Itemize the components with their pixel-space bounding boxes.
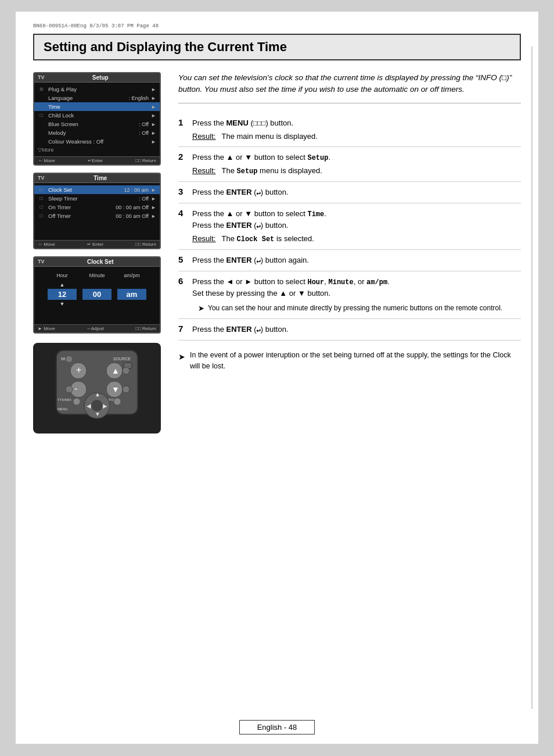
- step-6-subnote-text: You can set the hour and minute directly…: [208, 303, 502, 313]
- svg-text:SOURCE: SOURCE: [113, 357, 131, 361]
- setup-row-more: ▽More: [34, 146, 160, 154]
- clockset-return: □□ Return: [135, 326, 156, 331]
- footer-box: English - 48: [239, 720, 315, 734]
- step-6-subnote: ➤ You can set the hour and minute direct…: [198, 303, 521, 314]
- step-4-result-label: Result:: [192, 233, 215, 245]
- svg-text:MENU: MENU: [57, 407, 68, 411]
- time-row-sleeptimer: □ Sleep Timer : Off ►: [34, 194, 160, 203]
- page-footer: English - 48: [16, 720, 538, 734]
- svg-text:▲: ▲: [95, 391, 100, 397]
- doc-meta: BN68-00951A-00Eng 8/3/05 3:07 PM Page 48: [33, 23, 521, 29]
- step-7-content: Press the ENTER (↵) button.: [192, 319, 521, 341]
- remote-svg: MUTE SOURCE + - ▲ ▼ TTX/MIX: [45, 347, 149, 429]
- svg-text:◀: ◀: [87, 403, 91, 409]
- step-4-content: Press the ▲ or ▼ button to select Time. …: [192, 203, 521, 250]
- time-screen-header: TV Time: [34, 174, 160, 183]
- clockset-screen: TV Clock Set Hour Minute am/pm ▲: [33, 256, 161, 334]
- setup-row-bluescreen: Blue Screen : Off ►: [34, 120, 160, 128]
- subnote-arrow-icon: ➤: [198, 303, 204, 314]
- svg-point-22: [66, 356, 73, 363]
- setup-row-plug-play: ⊙ Plug & Play ►: [34, 85, 160, 94]
- clockset-menu-title: Clock Set: [87, 259, 114, 265]
- setup-return: □□ Return: [135, 158, 156, 163]
- time-body: □ Clock Set 12 : 00 am ► □ Sleep Timer :…: [34, 183, 160, 240]
- step-1: 1 Press the MENU (□□□) button. Result: T…: [178, 113, 521, 147]
- setup-row-language: Language : English ►: [34, 94, 160, 102]
- clockset-move: ► Move: [38, 326, 55, 331]
- step-1-result-label: Result:: [192, 131, 215, 142]
- svg-point-27: [114, 398, 121, 405]
- side-decoration: [531, 46, 533, 709]
- setup-footer: ↔ Move ↵Enter □□ Return: [34, 156, 160, 164]
- svg-point-15: [91, 400, 103, 411]
- step-2-result-text: The Setup menu is displayed.: [221, 165, 322, 177]
- steps-table: 1 Press the MENU (□□□) button. Result: T…: [178, 113, 521, 341]
- svg-text:+: +: [76, 365, 81, 375]
- col-minute: Minute: [82, 273, 111, 278]
- minute-up-arrow: [82, 282, 111, 288]
- time-row-offtimer: □ Off Timer 00 : 00 am Off ►: [34, 212, 160, 220]
- ampm-down-arrow: [117, 301, 146, 307]
- note-arrow-icon: ➤: [178, 351, 185, 363]
- time-menu-title: Time: [93, 175, 107, 181]
- minute-value: 00: [82, 289, 111, 300]
- step-3: 3 Press the ENTER (↵) button.: [178, 182, 521, 203]
- setup-enter: ↵Enter: [88, 158, 103, 163]
- svg-point-26: [73, 398, 80, 405]
- step-6: 6 Press the ◄ or ► button to select Hour…: [178, 271, 521, 319]
- setup-body: ⊙ Plug & Play ► Language : English ►: [34, 83, 160, 156]
- hour-down-arrow: ▼: [48, 301, 77, 307]
- clockset-tv-label: TV: [38, 259, 45, 265]
- right-panel: You can set the television's clock so th…: [172, 72, 521, 433]
- hour-up-arrow: ▲: [48, 282, 77, 288]
- step-2-result-label: Result:: [192, 165, 215, 177]
- svg-point-24: [123, 367, 129, 374]
- time-screen: TV Time □ Clock Set 12 : 00 am ► □: [33, 173, 161, 249]
- left-panel: TV Setup ⊙ Plug & Play ► Language: [33, 72, 161, 433]
- page-header: Setting and Displaying the Current Time: [33, 34, 521, 60]
- svg-text:▼: ▼: [111, 385, 120, 394]
- time-row-clockset: □ Clock Set 12 : 00 am ►: [34, 185, 160, 194]
- time-tv-label: TV: [38, 175, 45, 181]
- clockset-header: TV Clock Set: [34, 257, 160, 267]
- svg-point-23: [123, 386, 129, 393]
- step-3-number: 3: [178, 182, 192, 203]
- page-title: Setting and Displaying the Current Time: [44, 40, 510, 55]
- svg-text:▲: ▲: [111, 366, 120, 375]
- clockset-body: Hour Minute am/pm ▲ 12 00 am: [34, 267, 160, 324]
- time-footer: ↔ Move ↵ Enter □□ Return: [34, 240, 160, 248]
- lock-icon: □: [37, 113, 46, 118]
- step-1-result-text: The main menu is displayed.: [221, 131, 317, 142]
- setup-row-childlock: □ Child Lock ►: [34, 111, 160, 120]
- footer-text: English - 48: [257, 723, 297, 732]
- ampm-value: am: [117, 289, 146, 300]
- step-5: 5 Press the ENTER (↵) button again.: [178, 250, 521, 271]
- setup-tv-label: TV: [38, 74, 45, 81]
- time-row-ontimer: □ On Timer 00 : 00 am Off ►: [34, 203, 160, 212]
- step-7: 7 Press the ENTER (↵) button.: [178, 319, 521, 341]
- svg-text:▶: ▶: [103, 403, 107, 409]
- remote-control-area: MUTE SOURCE + - ▲ ▼ TTX/MIX: [33, 343, 161, 433]
- svg-text:▼: ▼: [95, 411, 100, 417]
- setup-row-time: Time ►: [34, 102, 160, 111]
- step-6-number: 6: [178, 271, 192, 319]
- hour-value: 12: [48, 289, 77, 300]
- step-6-content: Press the ◄ or ► button to select Hour, …: [192, 271, 521, 319]
- intro-text: You can set the television's clock so th…: [178, 72, 521, 103]
- bottom-note-text: In the event of a power interuption or t…: [190, 350, 521, 372]
- setup-screen: TV Setup ⊙ Plug & Play ► Language: [33, 72, 161, 166]
- main-content: TV Setup ⊙ Plug & Play ► Language: [33, 72, 521, 433]
- step-1-number: 1: [178, 113, 192, 147]
- step-4-number: 4: [178, 203, 192, 250]
- time-move: ↔ Move: [38, 242, 55, 247]
- svg-point-25: [66, 386, 73, 393]
- step-7-number: 7: [178, 319, 192, 341]
- step-2-content: Press the ▲ or ▼ button to select Setup.…: [192, 147, 521, 182]
- setup-menu-title: Setup: [92, 74, 109, 81]
- step-1-content: Press the MENU (□□□) button. Result: The…: [192, 113, 521, 147]
- svg-text:-: -: [74, 384, 77, 393]
- clockset-adjust: ↔Adjust: [87, 326, 104, 331]
- clockset-footer: ► Move ↔Adjust □□ Return: [34, 324, 160, 332]
- minute-down-arrow: [82, 301, 111, 307]
- step-3-content: Press the ENTER (↵) button.: [192, 182, 521, 203]
